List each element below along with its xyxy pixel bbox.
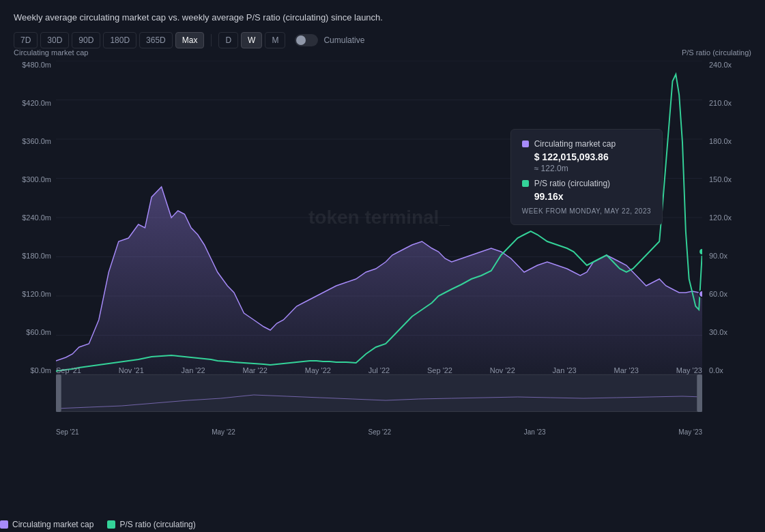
y-right-label: 90.0x [704,252,751,260]
y-right-label: 180.0x [704,137,751,145]
x-label: May '22 [305,366,331,374]
mini-x-sep21: Sep '21 [56,428,79,436]
controls-bar: 7D30D90D180D365DMax DWM Cumulative [14,32,751,48]
x-label: Mar '22 [243,366,268,374]
time-btn-365d[interactable]: 365D [139,32,173,48]
tooltip-green-dot [522,180,529,187]
y-right-label: 30.0x [704,328,751,336]
time-period-buttons[interactable]: 7D30D90D180D365DMax [14,32,204,48]
tooltip-ps-value: 99.16x [534,191,651,202]
period-btn-m[interactable]: M [265,32,285,48]
time-btn-30d[interactable]: 30D [40,32,69,48]
legend-green-dot [107,520,115,529]
cumulative-label: Cumulative [323,35,364,45]
x-label: May '23 [676,366,702,374]
tooltip: Circulating market cap $ 122,015,093.86 … [510,129,663,225]
chart-title: Weekly average circulating market cap vs… [14,12,751,23]
tooltip-ps-row: P/S ratio (circulating) [522,179,651,188]
cumulative-toggle[interactable] [295,34,318,46]
legend-item-market-cap: Circulating market cap [0,520,93,529]
chart-container: Weekly average circulating market cap vs… [0,0,765,532]
legend: Circulating market cap P/S ratio (circul… [0,517,196,532]
y-left-label: $240.0m [14,213,51,222]
x-label: Nov '22 [490,366,515,374]
legend-item-ps-ratio: P/S ratio (circulating) [107,520,195,529]
mini-chart [56,374,702,412]
period-btn-d[interactable]: D [218,32,238,48]
legend-ps-label: P/S ratio (circulating) [119,520,195,529]
mini-x-labels: Sep '21 May '22 Sep '22 Jan '23 May '23 [56,428,702,436]
svg-rect-13 [56,374,61,412]
y-right-label: 0.0x [704,366,751,374]
y-left-label: $0.0m [14,366,51,374]
y-left-label: $60.0m [14,328,51,336]
toggle-knob [296,35,306,45]
tooltip-date: WEEK FROM MONDAY, MAY 22, 2023 [522,207,651,215]
x-label: Nov '21 [119,366,144,374]
time-btn-90d[interactable]: 90D [72,32,100,48]
time-btn-max[interactable]: Max [175,32,205,48]
mini-x-may22: May '22 [212,428,235,436]
x-label: Sep '22 [427,366,452,374]
y-left-label: $420.0m [14,99,51,107]
y-right-label: 240.0x [704,61,751,69]
mini-x-sep22: Sep '22 [369,428,392,436]
x-label: Sep '21 [56,366,81,374]
mini-x-jan23: Jan '23 [524,428,546,436]
x-label: Jan '22 [182,366,205,374]
y-right-label: 210.0x [704,99,751,107]
legend-purple-dot [0,520,8,529]
svg-point-9 [699,291,702,297]
y-axis-left-title: Circulating market cap [14,48,88,57]
mini-x-may23: May '23 [678,428,702,436]
y-right-label: 60.0x [704,290,751,298]
y-left-label: $480.0m [14,61,51,69]
y-left-label: $120.0m [14,290,51,298]
tooltip-ps-label: P/S ratio (circulating) [534,179,610,188]
legend-market-cap-label: Circulating market cap [12,520,93,529]
x-label: Jan '23 [553,366,577,374]
y-left-label: $180.0m [14,252,51,260]
x-label: Jul '22 [369,366,390,374]
period-btn-w[interactable]: W [241,32,262,48]
x-axis: Sep '21Nov '21Jan '22Mar '22May '22Jul '… [56,366,702,374]
y-right-label: 120.0x [704,213,751,222]
period-buttons[interactable]: DWM [218,32,285,48]
x-label: Mar '23 [614,366,639,374]
tooltip-purple-dot [522,141,529,147]
y-axis-right: 240.0x210.0x180.0x150.0x120.0x90.0x60.0x… [704,61,751,374]
tooltip-market-cap-row: Circulating market cap [522,139,651,149]
tooltip-market-cap-value: $ 122,015,093.86 [534,151,651,162]
y-left-label: $300.0m [14,175,51,183]
y-right-label: 150.0x [704,175,751,183]
time-btn-7d[interactable]: 7D [14,32,38,48]
mini-chart-svg [56,374,702,412]
tooltip-market-cap-label: Circulating market cap [534,139,616,149]
tooltip-market-cap-approx: ≈ 122.0m [534,164,651,173]
svg-rect-14 [697,374,702,412]
svg-rect-12 [56,374,702,412]
y-axis-left: $480.0m$420.0m$360.0m$300.0m$240.0m$180.… [14,61,55,374]
time-btn-180d[interactable]: 180D [103,32,136,48]
controls-separator [211,34,212,46]
y-axis-right-title: P/S ratio (circulating) [663,48,751,57]
chart-area: Circulating market cap P/S ratio (circul… [14,61,751,443]
y-left-label: $360.0m [14,137,51,145]
svg-point-10 [699,248,702,255]
cumulative-toggle-wrapper: Cumulative [295,34,364,46]
